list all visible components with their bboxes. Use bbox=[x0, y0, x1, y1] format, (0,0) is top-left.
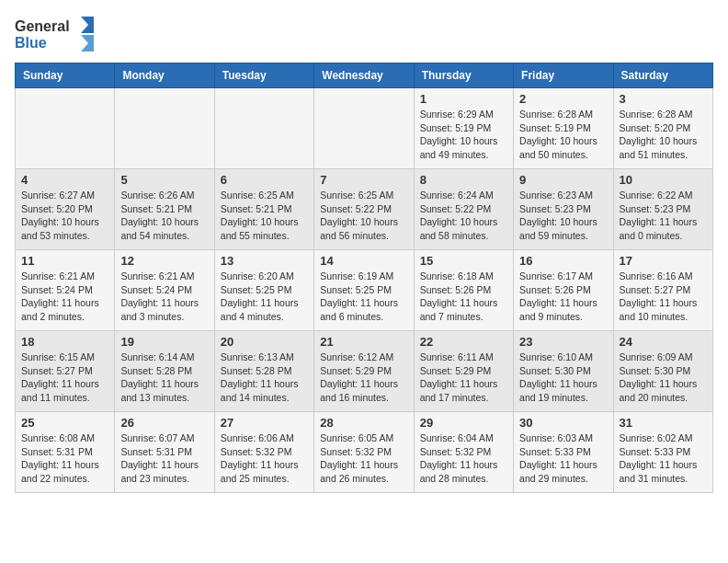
day-number: 27 bbox=[221, 416, 308, 430]
day-number: 17 bbox=[620, 254, 707, 268]
calendar-week-row: 25Sunrise: 6:08 AM Sunset: 5:31 PM Dayli… bbox=[16, 412, 713, 493]
day-number: 2 bbox=[519, 92, 607, 106]
day-number: 8 bbox=[420, 173, 507, 187]
day-number: 23 bbox=[519, 335, 607, 349]
calendar-week-row: 1Sunrise: 6:29 AM Sunset: 5:19 PM Daylig… bbox=[16, 88, 713, 169]
calendar-cell: 6Sunrise: 6:25 AM Sunset: 5:21 PM Daylig… bbox=[214, 169, 313, 250]
header-wednesday: Wednesday bbox=[314, 63, 414, 88]
day-info: Sunrise: 6:05 AM Sunset: 5:32 PM Dayligh… bbox=[320, 431, 407, 486]
day-number: 13 bbox=[221, 254, 308, 268]
day-number: 26 bbox=[120, 416, 208, 430]
calendar-cell: 28Sunrise: 6:05 AM Sunset: 5:32 PM Dayli… bbox=[314, 412, 414, 493]
calendar-cell: 3Sunrise: 6:28 AM Sunset: 5:20 PM Daylig… bbox=[613, 88, 712, 169]
calendar-cell: 30Sunrise: 6:03 AM Sunset: 5:33 PM Dayli… bbox=[514, 412, 613, 493]
calendar-cell: 25Sunrise: 6:08 AM Sunset: 5:31 PM Dayli… bbox=[16, 412, 115, 493]
day-number: 24 bbox=[620, 335, 707, 349]
day-number: 20 bbox=[221, 335, 308, 349]
day-number: 19 bbox=[120, 335, 208, 349]
day-info: Sunrise: 6:11 AM Sunset: 5:29 PM Dayligh… bbox=[420, 350, 507, 405]
day-info: Sunrise: 6:15 AM Sunset: 5:27 PM Dayligh… bbox=[21, 350, 108, 405]
day-number: 7 bbox=[320, 173, 407, 187]
day-info: Sunrise: 6:10 AM Sunset: 5:30 PM Dayligh… bbox=[519, 350, 607, 405]
svg-text:General: General bbox=[15, 18, 70, 34]
header-monday: Monday bbox=[115, 63, 214, 88]
header-friday: Friday bbox=[514, 63, 613, 88]
calendar-cell: 17Sunrise: 6:16 AM Sunset: 5:27 PM Dayli… bbox=[613, 250, 712, 331]
day-number: 11 bbox=[21, 254, 108, 268]
calendar-cell: 29Sunrise: 6:04 AM Sunset: 5:32 PM Dayli… bbox=[414, 412, 513, 493]
day-number: 31 bbox=[620, 416, 707, 430]
day-info: Sunrise: 6:06 AM Sunset: 5:32 PM Dayligh… bbox=[221, 431, 308, 486]
day-info: Sunrise: 6:08 AM Sunset: 5:31 PM Dayligh… bbox=[21, 431, 108, 486]
day-info: Sunrise: 6:27 AM Sunset: 5:20 PM Dayligh… bbox=[21, 189, 108, 243]
day-number: 1 bbox=[420, 92, 507, 106]
day-number: 22 bbox=[420, 335, 507, 349]
calendar-cell: 19Sunrise: 6:14 AM Sunset: 5:28 PM Dayli… bbox=[115, 331, 214, 412]
calendar-cell: 1Sunrise: 6:29 AM Sunset: 5:19 PM Daylig… bbox=[414, 88, 513, 169]
calendar-cell bbox=[115, 88, 214, 169]
day-number: 16 bbox=[519, 254, 607, 268]
calendar-table: SundayMondayTuesdayWednesdayThursdayFrid… bbox=[15, 63, 713, 493]
day-info: Sunrise: 6:28 AM Sunset: 5:20 PM Dayligh… bbox=[620, 108, 707, 162]
day-number: 28 bbox=[320, 416, 407, 430]
day-info: Sunrise: 6:28 AM Sunset: 5:19 PM Dayligh… bbox=[519, 108, 607, 162]
day-info: Sunrise: 6:19 AM Sunset: 5:25 PM Dayligh… bbox=[320, 270, 407, 324]
day-info: Sunrise: 6:22 AM Sunset: 5:23 PM Dayligh… bbox=[620, 189, 707, 243]
day-number: 6 bbox=[221, 173, 308, 187]
day-info: Sunrise: 6:26 AM Sunset: 5:21 PM Dayligh… bbox=[120, 189, 208, 243]
day-number: 5 bbox=[120, 173, 208, 187]
day-info: Sunrise: 6:25 AM Sunset: 5:21 PM Dayligh… bbox=[221, 189, 308, 243]
day-info: Sunrise: 6:23 AM Sunset: 5:23 PM Dayligh… bbox=[519, 189, 607, 243]
day-info: Sunrise: 6:13 AM Sunset: 5:28 PM Dayligh… bbox=[221, 350, 308, 405]
page-header: GeneralBlue bbox=[15, 15, 713, 55]
svg-marker-3 bbox=[81, 35, 94, 52]
calendar-week-row: 11Sunrise: 6:21 AM Sunset: 5:24 PM Dayli… bbox=[16, 250, 713, 331]
calendar-cell: 8Sunrise: 6:24 AM Sunset: 5:22 PM Daylig… bbox=[414, 169, 513, 250]
day-info: Sunrise: 6:16 AM Sunset: 5:27 PM Dayligh… bbox=[620, 270, 707, 324]
header-sunday: Sunday bbox=[16, 63, 115, 88]
day-number: 4 bbox=[21, 173, 108, 187]
calendar-cell: 26Sunrise: 6:07 AM Sunset: 5:31 PM Dayli… bbox=[115, 412, 214, 493]
day-number: 9 bbox=[519, 173, 607, 187]
day-info: Sunrise: 6:25 AM Sunset: 5:22 PM Dayligh… bbox=[320, 189, 407, 243]
day-info: Sunrise: 6:21 AM Sunset: 5:24 PM Dayligh… bbox=[120, 270, 208, 324]
day-info: Sunrise: 6:18 AM Sunset: 5:26 PM Dayligh… bbox=[420, 270, 507, 324]
day-info: Sunrise: 6:12 AM Sunset: 5:29 PM Dayligh… bbox=[320, 350, 407, 405]
calendar-cell: 18Sunrise: 6:15 AM Sunset: 5:27 PM Dayli… bbox=[16, 331, 115, 412]
calendar-cell: 20Sunrise: 6:13 AM Sunset: 5:28 PM Dayli… bbox=[214, 331, 313, 412]
calendar-cell: 5Sunrise: 6:26 AM Sunset: 5:21 PM Daylig… bbox=[115, 169, 214, 250]
day-number: 21 bbox=[320, 335, 407, 349]
svg-text:Blue: Blue bbox=[15, 35, 47, 51]
calendar-week-row: 4Sunrise: 6:27 AM Sunset: 5:20 PM Daylig… bbox=[16, 169, 713, 250]
calendar-cell: 2Sunrise: 6:28 AM Sunset: 5:19 PM Daylig… bbox=[514, 88, 613, 169]
day-info: Sunrise: 6:21 AM Sunset: 5:24 PM Dayligh… bbox=[21, 270, 108, 324]
day-info: Sunrise: 6:02 AM Sunset: 5:33 PM Dayligh… bbox=[620, 431, 707, 486]
calendar-cell: 22Sunrise: 6:11 AM Sunset: 5:29 PM Dayli… bbox=[414, 331, 513, 412]
header-thursday: Thursday bbox=[414, 63, 513, 88]
calendar-cell bbox=[214, 88, 313, 169]
day-info: Sunrise: 6:03 AM Sunset: 5:33 PM Dayligh… bbox=[519, 431, 607, 486]
calendar-cell: 4Sunrise: 6:27 AM Sunset: 5:20 PM Daylig… bbox=[16, 169, 115, 250]
calendar-cell: 12Sunrise: 6:21 AM Sunset: 5:24 PM Dayli… bbox=[115, 250, 214, 331]
day-number: 15 bbox=[420, 254, 507, 268]
svg-marker-2 bbox=[81, 17, 94, 33]
day-info: Sunrise: 6:09 AM Sunset: 5:30 PM Dayligh… bbox=[620, 350, 707, 405]
day-number: 12 bbox=[120, 254, 208, 268]
calendar-cell: 23Sunrise: 6:10 AM Sunset: 5:30 PM Dayli… bbox=[514, 331, 613, 412]
calendar-cell: 27Sunrise: 6:06 AM Sunset: 5:32 PM Dayli… bbox=[214, 412, 313, 493]
day-number: 25 bbox=[21, 416, 108, 430]
calendar-cell: 24Sunrise: 6:09 AM Sunset: 5:30 PM Dayli… bbox=[613, 331, 712, 412]
calendar-cell: 14Sunrise: 6:19 AM Sunset: 5:25 PM Dayli… bbox=[314, 250, 414, 331]
day-number: 14 bbox=[320, 254, 407, 268]
day-number: 3 bbox=[620, 92, 707, 106]
day-info: Sunrise: 6:20 AM Sunset: 5:25 PM Dayligh… bbox=[221, 270, 308, 324]
calendar-cell: 10Sunrise: 6:22 AM Sunset: 5:23 PM Dayli… bbox=[613, 169, 712, 250]
header-tuesday: Tuesday bbox=[214, 63, 313, 88]
calendar-cell bbox=[16, 88, 115, 169]
day-number: 18 bbox=[21, 335, 108, 349]
calendar-cell: 15Sunrise: 6:18 AM Sunset: 5:26 PM Dayli… bbox=[414, 250, 513, 331]
day-number: 10 bbox=[620, 173, 707, 187]
calendar-header-row: SundayMondayTuesdayWednesdayThursdayFrid… bbox=[16, 63, 713, 88]
header-saturday: Saturday bbox=[613, 63, 712, 88]
calendar-cell: 13Sunrise: 6:20 AM Sunset: 5:25 PM Dayli… bbox=[214, 250, 313, 331]
